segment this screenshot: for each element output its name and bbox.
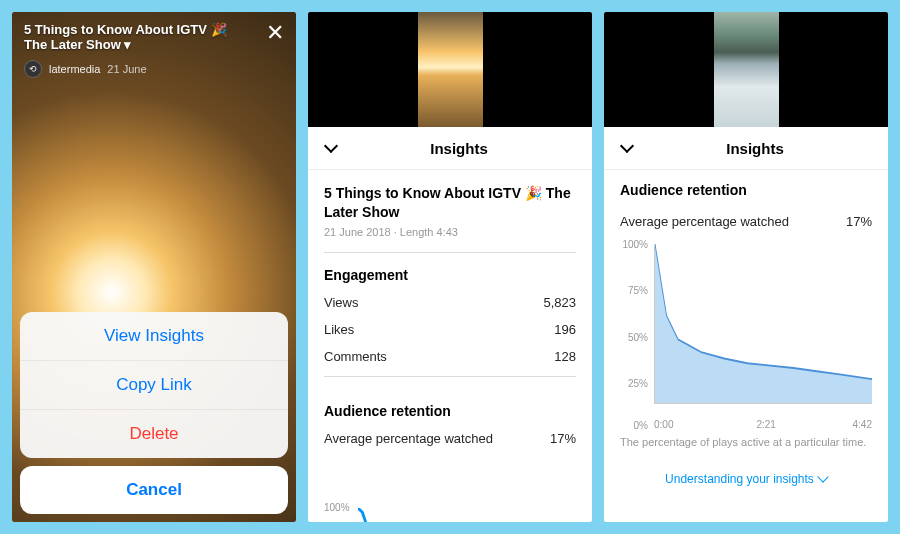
chevron-down-icon (817, 471, 828, 482)
retention-chart: 100% 75% 50% 25% 0% 0:00 2:21 4:42 (620, 239, 872, 424)
insights-header: Insights (604, 127, 888, 170)
metric-views: Views 5,823 (324, 295, 576, 310)
avg-watched-label: Average percentage watched (620, 214, 789, 229)
comments-value: 128 (554, 349, 576, 364)
engagement-section-title: Engagement (324, 252, 576, 283)
avg-watched-value: 17% (550, 431, 576, 446)
phone-igtv-video: 5 Things to Know About IGTV 🎉 The Later … (12, 12, 296, 522)
ytick-50: 50% (620, 332, 648, 343)
retention-section-title: Audience retention (620, 182, 872, 198)
insights-meta: 21 June 2018 · Length 4:43 (324, 226, 576, 238)
avg-watched-value: 17% (846, 214, 872, 229)
retention-section-title: Audience retention (324, 403, 576, 419)
avg-watched-label: Average percentage watched (324, 431, 493, 446)
views-label: Views (324, 295, 358, 310)
audience-retention-section: Audience retention Average percentage wa… (324, 376, 576, 446)
likes-label: Likes (324, 322, 354, 337)
copy-link-button[interactable]: Copy Link (20, 361, 288, 410)
insights-video-title: 5 Things to Know About IGTV 🎉 The Later … (324, 184, 576, 222)
retention-area-path (655, 244, 872, 403)
insights-content: 5 Things to Know About IGTV 🎉 The Later … (308, 170, 592, 458)
cancel-button[interactable]: Cancel (20, 466, 288, 514)
xtick-2: 4:42 (853, 419, 872, 430)
video-date: 21 June (107, 63, 146, 75)
ytick-0: 0% (620, 420, 648, 431)
ytick-100: 100% (620, 239, 648, 250)
channel-username[interactable]: latermedia (49, 63, 100, 75)
chart-footnote: The percentage of plays active at a part… (620, 436, 872, 448)
xtick-0: 0:00 (654, 419, 673, 430)
phone-retention-chart: Insights Audience retention Average perc… (604, 12, 888, 522)
metric-comments: Comments 128 (324, 349, 576, 364)
comments-label: Comments (324, 349, 387, 364)
understanding-insights-link[interactable]: Understanding your insights (620, 464, 872, 494)
ytick-75: 75% (620, 285, 648, 296)
peek-ytick-100: 100% (324, 502, 350, 513)
chart-plot-area (654, 244, 872, 404)
video-title-line2[interactable]: The Later Show ▾ (24, 37, 284, 52)
metric-avg-watched: Average percentage watched 17% (620, 214, 872, 229)
video-preview[interactable] (604, 12, 888, 127)
insights-header: Insights (308, 127, 592, 170)
action-sheet: View Insights Copy Link Delete Cancel (12, 304, 296, 522)
metric-avg-watched: Average percentage watched 17% (324, 431, 576, 446)
likes-value: 196 (554, 322, 576, 337)
xtick-1: 2:21 (756, 419, 775, 430)
peek-line (358, 508, 576, 522)
video-thumbnail (418, 12, 483, 127)
insights-title: Insights (340, 140, 578, 157)
chart-xticks: 0:00 2:21 4:42 (654, 404, 872, 418)
delete-button[interactable]: Delete (20, 410, 288, 458)
insights-title: Insights (636, 140, 874, 157)
views-value: 5,823 (543, 295, 576, 310)
ytick-25: 25% (620, 378, 648, 389)
video-title-line1: 5 Things to Know About IGTV 🎉 (24, 22, 284, 37)
action-sheet-menu: View Insights Copy Link Delete (20, 312, 288, 458)
close-icon[interactable]: ✕ (266, 22, 284, 44)
retention-content: Audience retention Average percentage wa… (604, 170, 888, 494)
phone-insights-overview: Insights 5 Things to Know About IGTV 🎉 T… (308, 12, 592, 522)
chevron-down-icon[interactable] (618, 139, 636, 157)
video-thumbnail (714, 12, 779, 127)
video-preview[interactable] (308, 12, 592, 127)
metric-likes: Likes 196 (324, 322, 576, 337)
chevron-down-icon[interactable] (322, 139, 340, 157)
retention-chart-peek: 100% (324, 502, 576, 522)
video-header: 5 Things to Know About IGTV 🎉 The Later … (12, 12, 296, 88)
view-insights-button[interactable]: View Insights (20, 312, 288, 361)
channel-avatar[interactable]: ⟲ (24, 60, 42, 78)
